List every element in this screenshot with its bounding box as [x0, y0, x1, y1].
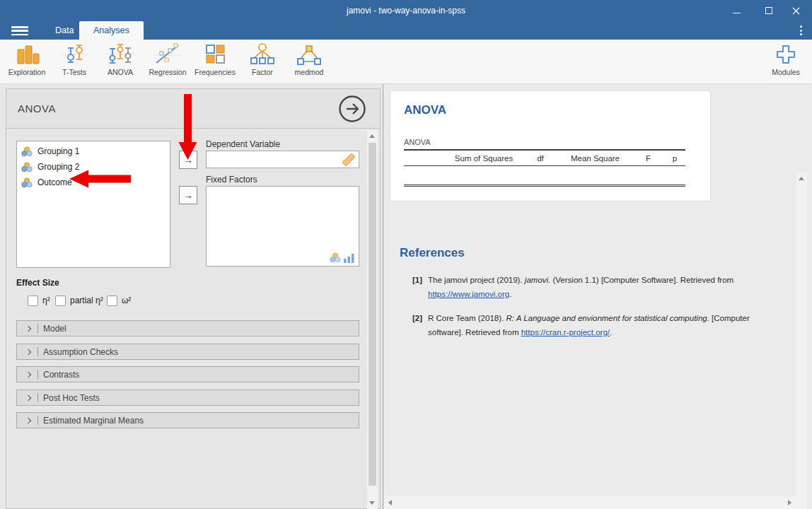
eta-squared-option[interactable]: η²: [28, 295, 50, 306]
regression-icon: [153, 42, 182, 66]
close-icon: [792, 7, 800, 15]
omega-squared-checkbox[interactable]: [107, 296, 117, 306]
continuous-variable-icon: [342, 153, 355, 166]
variables-listbox[interactable]: Grouping 1 Grouping 2 Outcome: [16, 141, 170, 268]
minimize-button[interactable]: [720, 0, 753, 21]
overflow-menu-icon[interactable]: [800, 25, 803, 35]
col-p: p: [664, 154, 685, 163]
table-header-row: Sum of Squares df Mean Square F p: [404, 151, 685, 165]
references-heading: References: [400, 246, 465, 260]
results-card: ANOVA ANOVA Sum of Squares df Mean Squar…: [390, 90, 711, 201]
ribbon-item-anova[interactable]: ANOVA: [97, 42, 144, 82]
ribbon-item-factor[interactable]: Factor: [239, 42, 286, 82]
variable-item-grouping-2[interactable]: Grouping 2: [17, 159, 170, 175]
effect-size-label: Effect Size: [16, 278, 59, 288]
variable-name: Grouping 1: [37, 146, 79, 156]
ribbon-item-medmod[interactable]: medmod: [286, 42, 332, 82]
dependent-variable-label: Dependent Variable: [206, 139, 280, 149]
scrollbar-thumb[interactable]: [369, 143, 376, 486]
eta-squared-checkbox[interactable]: [28, 296, 38, 306]
fixed-factors-label: Fixed Factors: [206, 175, 257, 185]
options-scrollbar[interactable]: [367, 130, 378, 509]
window-title: jamovi - two-way-anova-in-spss: [0, 0, 812, 21]
nominal-variable-icon: [21, 177, 33, 188]
panel-splitter[interactable]: [383, 84, 383, 509]
results-panel: ANOVA ANOVA Sum of Squares df Mean Squar…: [384, 84, 812, 509]
assign-dependent-button[interactable]: →: [179, 151, 197, 169]
chevron-right-icon: [25, 349, 31, 354]
chevron-right-icon: [25, 371, 31, 377]
chevron-right-icon: [25, 394, 31, 400]
reference-2: [2]R Core Team (2018). R: A Language and…: [412, 312, 773, 339]
omega-squared-option[interactable]: ω²: [107, 295, 131, 306]
assign-fixed-factor-button[interactable]: →: [179, 186, 197, 204]
variable-name: Grouping 2: [37, 162, 79, 172]
variable-name: Outcome: [37, 177, 72, 187]
scroll-up-icon[interactable]: [799, 177, 804, 180]
nominal-variable-icon: [330, 252, 341, 263]
scroll-right-icon[interactable]: [788, 500, 791, 505]
fixed-factors-box[interactable]: [206, 186, 359, 267]
factor-icon: [248, 42, 277, 66]
section-estimated-marginal-means[interactable]: Estimated Marginal Means: [16, 412, 359, 428]
anova-options-panel: ANOVA Grouping 1: [6, 88, 381, 509]
options-panel-header: ANOVA: [6, 89, 380, 129]
cran-link[interactable]: https://cran.r-project.org/: [521, 328, 610, 337]
section-model[interactable]: Model: [16, 320, 359, 337]
table-empty-body: [404, 166, 685, 185]
nominal-variable-icon: [21, 162, 33, 172]
section-contrasts[interactable]: Contrasts: [16, 366, 359, 382]
anova-icon: [106, 42, 134, 66]
jamovi-link[interactable]: https://www.jamovi.org: [428, 290, 509, 298]
t-tests-icon: [60, 42, 88, 66]
ribbon-item-frequencies[interactable]: Frequencies: [192, 42, 238, 82]
collapse-results-button[interactable]: [338, 95, 366, 123]
dependent-variable-field[interactable]: [206, 151, 359, 168]
close-button[interactable]: [779, 0, 812, 21]
analysis-title: ANOVA: [18, 103, 56, 115]
tab-analyses[interactable]: Analyses: [79, 21, 144, 40]
chevron-right-icon: [25, 417, 31, 423]
results-horizontal-scrollbar[interactable]: [384, 496, 807, 509]
scroll-down-icon[interactable]: [369, 501, 375, 505]
minimize-icon: [733, 13, 741, 13]
results-heading: ANOVA: [404, 103, 446, 117]
title-bar: jamovi - two-way-anova-in-spss: [0, 0, 812, 21]
results-vertical-scrollbar[interactable]: [796, 172, 807, 509]
reference-1: [1]The jamovi project (2019). jamovi. (V…: [412, 274, 773, 301]
hamburger-menu-icon[interactable]: [11, 26, 28, 35]
partial-eta-squared-checkbox[interactable]: [55, 296, 66, 306]
col-mean-square: Mean Square: [558, 154, 632, 163]
ribbon-item-modules[interactable]: Modules: [762, 42, 809, 82]
plus-icon: [772, 42, 800, 66]
arrow-right-circle-icon: [338, 95, 366, 123]
nominal-variable-icon: [21, 146, 33, 157]
section-post-hoc-tests[interactable]: Post Hoc Tests: [16, 390, 359, 406]
maximize-icon: [765, 7, 772, 14]
anova-results-table: Sum of Squares df Mean Square F p: [404, 149, 685, 187]
results-table-title: ANOVA: [404, 138, 431, 146]
col-df: df: [523, 154, 558, 163]
col-sum-of-squares: Sum of Squares: [445, 154, 523, 163]
frequencies-icon: [201, 42, 229, 66]
bar-chart-icon: [13, 42, 41, 66]
scroll-left-icon[interactable]: [388, 500, 392, 505]
ribbon-item-exploration[interactable]: Exploration: [4, 42, 50, 82]
variable-item-grouping-1[interactable]: Grouping 1: [17, 144, 170, 159]
mini-bars-icon: [344, 254, 354, 263]
section-assumption-checks[interactable]: Assumption Checks: [16, 344, 359, 360]
partial-eta-squared-option[interactable]: partial η²: [55, 295, 103, 306]
chevron-right-icon: [25, 325, 31, 331]
col-f: F: [632, 154, 664, 163]
variable-item-outcome[interactable]: Outcome: [17, 175, 170, 190]
scroll-up-icon[interactable]: [369, 134, 375, 138]
ribbon-item-t-tests[interactable]: T-Tests: [51, 42, 98, 82]
ribbon-item-regression[interactable]: Regression: [144, 42, 191, 82]
medmod-icon: [295, 42, 323, 66]
